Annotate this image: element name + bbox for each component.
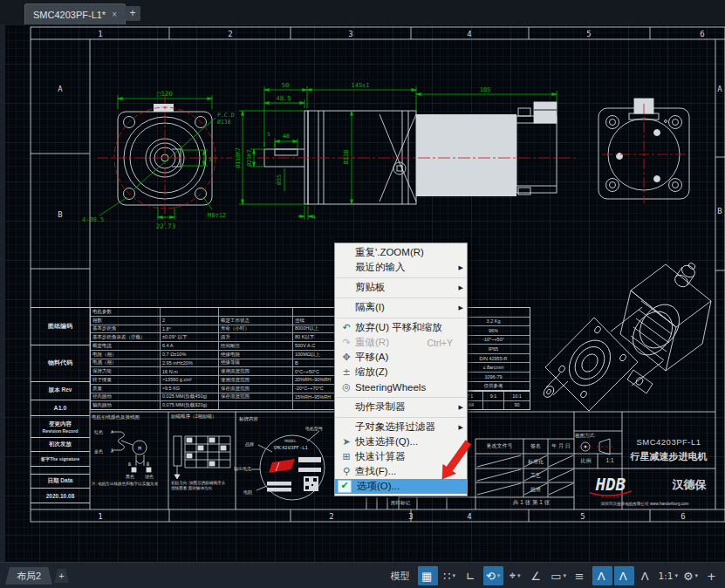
- status-toggle-icon[interactable]: 1:1 ▾: [658, 566, 679, 585]
- status-bar: 布局2 + 模型 ▦ ∷ ▾ ∟: [0, 562, 725, 588]
- close-icon[interactable]: ×: [112, 10, 117, 19]
- status-toggle-icon[interactable]: ∟: [462, 566, 482, 585]
- status-toggle-icon[interactable]: +: [702, 566, 722, 585]
- table-cell: 电阻（相）: [91, 351, 161, 359]
- chevron-down-icon: ▾: [695, 572, 699, 579]
- table-cell: 0.025 MM(负载450g): [161, 393, 219, 401]
- context-menu-item[interactable]: ⚲ 查找(F)...: [335, 464, 467, 479]
- context-menu-item[interactable]: ↶ 放弃(U) 平移和缩放: [335, 320, 467, 335]
- sign-header: 签名: [523, 442, 548, 450]
- menu-item-icon: ↶: [338, 322, 355, 333]
- status-toggle-icon[interactable]: ▭ ▾: [549, 566, 569, 585]
- craft-label: 工艺: [523, 472, 548, 480]
- menu-item-label: 平移(A): [355, 351, 453, 364]
- date-value: 2020.10.08: [31, 489, 90, 503]
- menu-item-icon: ±: [338, 366, 355, 378]
- table-cell: 基本步距角误差（空载）: [91, 333, 161, 341]
- window-edge: [0, 24, 5, 562]
- status-toggle-icon[interactable]: ∷ ▾: [440, 566, 460, 585]
- context-menu-item[interactable]: 隔离(I) ▶: [335, 300, 467, 315]
- table-cell: [219, 308, 293, 316]
- document-tab-bar: SMC4203PF-L1* × +: [0, 0, 725, 24]
- excitation-section-title: 励磁顺序（2相励磁）: [171, 414, 230, 420]
- table-cell: 电感（相）: [91, 359, 161, 367]
- model-space-button[interactable]: 模型: [391, 570, 410, 583]
- table-row: 额定电流6.4 A匝间耐压500V A.C: [91, 342, 339, 351]
- table-row: 基本步距角1.8°寿命（小时）8000H以上: [91, 325, 339, 334]
- status-toggle-icon[interactable]: Λ: [636, 566, 656, 585]
- layout-tab[interactable]: 布局2: [5, 567, 52, 585]
- status-toggle-icon[interactable]: ▦: [418, 566, 438, 585]
- table-cell: 0°C~+50°C: [293, 367, 339, 375]
- menu-item-label: 重复'.ZOOM(R): [355, 246, 453, 259]
- table-cell: [293, 401, 339, 409]
- company-line: 深圳市汉德保电机有限公司 www.handerburg.com: [574, 502, 715, 506]
- table-cell: 1096-79: [457, 373, 530, 381]
- context-menu-item[interactable]: ✔ 选项(O)...: [335, 479, 467, 494]
- context-menu-item[interactable]: 最近的输入 ▶: [335, 260, 467, 275]
- submenu-arrow-icon: ▶: [455, 284, 463, 291]
- context-menu-item[interactable]: 动作录制器 ▶: [335, 400, 467, 414]
- drawing-mark-label: 图样标记: [384, 500, 417, 506]
- menu-item-icon: ↷: [338, 337, 355, 348]
- table-cell: 额定电流: [91, 342, 161, 350]
- table-cell: 使用温度范围: [219, 367, 293, 375]
- change-record-label: 变更内容 Revision Record: [31, 416, 90, 438]
- table-cell: 96%: [457, 326, 530, 335]
- new-document-tab-button[interactable]: +: [125, 6, 140, 21]
- status-toggle-icon[interactable]: ⚙ ▾: [681, 566, 701, 585]
- submenu-arrow-icon: ▶: [455, 304, 463, 311]
- status-toggle-icon[interactable]: Λ: [592, 566, 612, 585]
- part-number: SMC4203PF-L1: [622, 437, 715, 447]
- context-menu-item[interactable]: ↷ 重做(R) Ctrl+Y: [335, 335, 467, 350]
- table-cell: 80 K以下: [293, 333, 339, 341]
- drawing-code-label: 图纸编码: [31, 308, 90, 345]
- chevron-down-icon: ▾: [452, 572, 455, 579]
- standardize-label: 标准化: [523, 458, 548, 466]
- material-code-label: 物料代码: [31, 345, 90, 382]
- table-row: 相数2额定工作状态连续: [91, 317, 339, 325]
- menu-item-label: 选项(O)...: [357, 480, 453, 493]
- table-cell: 绝缘等级: [219, 359, 293, 367]
- menu-item-label: 动作录制器: [355, 400, 453, 414]
- new-layout-button[interactable]: +: [54, 569, 69, 583]
- context-menu-item[interactable]: ⊞ 快速计算器: [335, 449, 467, 464]
- cad-application-window: SMC4203PF-L1* × +: [0, 0, 725, 588]
- status-toggle-icon[interactable]: ≡: [571, 566, 591, 585]
- status-toggle-icon[interactable]: ∠: [527, 566, 547, 585]
- toggle-glyph-icon: ∷: [443, 570, 450, 583]
- table-cell: 径向跳动: [91, 393, 161, 401]
- status-toggle-icon[interactable]: ⌖ ▾: [505, 566, 525, 585]
- document-tab[interactable]: SMC4203PF-L1* ×: [24, 3, 126, 24]
- table-cell: 轴向跳动: [91, 401, 161, 409]
- context-menu-item[interactable]: ± 缩放(Z): [335, 365, 467, 379]
- table-cell: 0.7 Ω±10%: [161, 351, 219, 359]
- context-menu-item[interactable]: 重复'.ZOOM(R): [335, 245, 467, 260]
- table-row: 转子惯量≈13560 g.cm²使用湿度范围20%RH~90%RH: [91, 376, 339, 385]
- context-menu-item[interactable]: ✥ 平移(A): [335, 350, 467, 365]
- table-row: 基本步距角误差（空载）±0.09° 以下温升80 K以下: [91, 333, 339, 342]
- context-menu-item[interactable]: 剪贴板 ▶: [335, 280, 467, 295]
- status-toggle-icon[interactable]: ⟲ ▾: [483, 566, 503, 585]
- table-cell: 500V A.C: [293, 342, 339, 350]
- table-row: 质量≈9.5 KG保存温度范围-20°C~+70°C: [91, 385, 339, 393]
- toggle-glyph-icon: +: [707, 570, 716, 583]
- first-issue-label: 初次发放: [31, 438, 90, 452]
- table-cell: 20%RH~90%RH: [293, 376, 339, 384]
- context-menu-item[interactable]: ◎ SteeringWheels: [335, 379, 467, 394]
- toggle-glyph-icon: ⚙: [683, 570, 694, 583]
- toggle-glyph-icon: ⟲: [486, 570, 496, 583]
- menu-item-label: SteeringWheels: [355, 382, 453, 393]
- menu-item-icon: ✔: [338, 480, 352, 493]
- table-row: 径向跳动0.025 MM(负载450g)保存湿度范围15%RH~95%RH: [91, 393, 339, 402]
- motor-spec-table: 电机参数相数2额定工作状态连续基本步距角1.8°寿命（小时）8000H以上基本步…: [90, 307, 340, 410]
- menu-item-label: 快速选择(Q)...: [355, 435, 453, 448]
- context-menu-item[interactable]: ➤ 快速选择(Q)...: [335, 434, 467, 449]
- wiring-note: 注: 电机引出线颜色和数字以实物为准: [92, 482, 160, 487]
- date-header: 年 月 日: [548, 442, 574, 450]
- menu-item-label: 隔离(I): [355, 301, 453, 314]
- change-label-en: Revision Record: [43, 428, 79, 434]
- context-menu-item[interactable]: 子对象选择过滤器 ▶: [335, 420, 467, 434]
- status-toggle-icon[interactable]: Λ: [614, 566, 634, 585]
- sheet-count: 共 1 张 第 1 张: [489, 499, 574, 507]
